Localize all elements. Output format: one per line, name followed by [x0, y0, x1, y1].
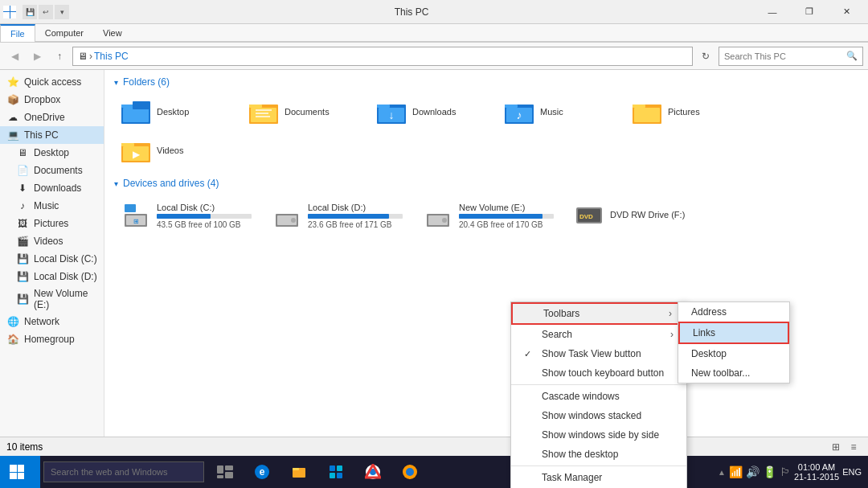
context-menu-toolbars[interactable]: Toolbars ›	[511, 302, 686, 325]
context-menu-side-by-side-label: Show windows side by side	[542, 429, 659, 441]
context-menu-cascade-label: Cascade windows	[542, 391, 620, 402]
context-menu-show-desktop[interactable]: Show the desktop	[511, 445, 686, 464]
context-menu-stacked[interactable]: Show windows stacked	[511, 406, 686, 425]
context-menu-task-view[interactable]: ✓ Show Task View button	[511, 344, 686, 363]
context-menu-search[interactable]: Search ›	[511, 325, 686, 344]
context-menu-stacked-label: Show windows stacked	[542, 410, 641, 421]
submenu-address[interactable]: Address	[678, 302, 789, 322]
context-menu-toolbars-label: Toolbars	[543, 308, 579, 319]
submenu-links[interactable]: Links	[678, 322, 789, 344]
context-menu: Toolbars › Search › ✓ Show Task View but…	[510, 301, 687, 488]
context-menu-task-manager-label: Task Manager	[542, 472, 602, 483]
context-menu-side-by-side[interactable]: Show windows side by side	[511, 425, 686, 445]
context-menu-touch-keyboard[interactable]: Show touch keyboard button	[511, 363, 686, 383]
context-menu-task-view-label: Show Task View button	[542, 348, 641, 359]
submenu-toolbars: Address Links Desktop New toolbar...	[678, 301, 790, 383]
context-menu-overlay: Toolbars › Search › ✓ Show Task View but…	[0, 0, 868, 488]
context-menu-search-label: Search	[542, 329, 572, 340]
context-menu-show-desktop-label: Show the desktop	[542, 449, 618, 460]
submenu-new-toolbar[interactable]: New toolbar...	[678, 363, 789, 383]
context-menu-task-manager[interactable]: Task Manager	[511, 468, 686, 487]
context-menu-touch-keyboard-label: Show touch keyboard button	[542, 367, 664, 379]
context-menu-cascade[interactable]: Cascade windows	[511, 387, 686, 406]
submenu-desktop[interactable]: Desktop	[678, 344, 789, 363]
